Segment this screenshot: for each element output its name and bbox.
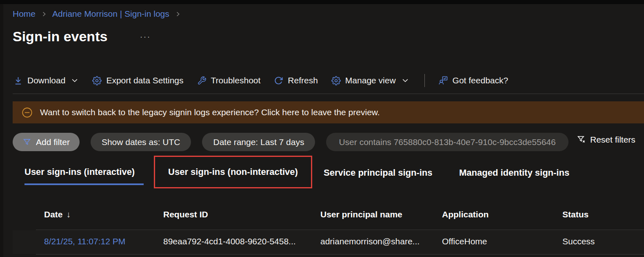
row-date-link[interactable]: 8/21/25, 11:07:12 PM xyxy=(44,237,125,246)
download-label: Download xyxy=(27,76,65,85)
manage-view-button[interactable]: Manage view xyxy=(331,76,409,85)
column-header-application[interactable]: Application xyxy=(442,210,489,219)
gear-icon xyxy=(92,76,102,85)
breadcrumb-signin-logs-link[interactable]: Adriane Morrison | Sign-in logs xyxy=(52,9,169,19)
export-data-settings-button[interactable]: Export data Settings xyxy=(92,76,183,85)
table-row-divider xyxy=(36,254,644,255)
show-dates-pill[interactable]: Show dates as: UTC xyxy=(91,133,191,151)
table-header-divider xyxy=(36,230,644,230)
tab-service-principal-signins[interactable]: Service principal sign-ins xyxy=(324,168,433,178)
tab-managed-identity-signins[interactable]: Managed identity sign-ins xyxy=(459,168,569,178)
chevron-right-icon xyxy=(41,11,47,17)
refresh-button[interactable]: Refresh xyxy=(274,76,318,85)
download-button[interactable]: Download xyxy=(13,76,79,85)
gear-icon xyxy=(331,76,341,85)
add-filter-label: Add filter xyxy=(36,137,70,147)
banner-message[interactable]: Want to switch back to the legacy signin… xyxy=(40,107,380,117)
page-title: Sign-in events xyxy=(13,29,107,45)
reset-filters-button[interactable]: Reset filters xyxy=(577,135,635,145)
command-bar: Download Export data Settings Troublesho… xyxy=(13,71,522,90)
row-user-principal-name: adrianemorrison@share... xyxy=(320,237,420,246)
got-feedback-label: Got feedback? xyxy=(453,76,509,85)
chevron-down-icon xyxy=(401,76,409,85)
annotation-highlight-box: User sign-ins (non-interactive) xyxy=(154,156,312,188)
left-edge-strip xyxy=(0,0,3,257)
date-range-pill[interactable]: Date range: Last 7 days xyxy=(202,133,315,151)
chevron-right-icon xyxy=(175,11,181,17)
row-status: Success xyxy=(562,237,595,246)
user-contains-pill[interactable]: User contains 765880c0-813b-40e7-910c-9b… xyxy=(326,133,568,151)
add-filter-button[interactable]: Add filter xyxy=(13,133,80,151)
signin-logs-page: Home Adriane Morrison | Sign-in logs Sig… xyxy=(0,0,644,257)
legacy-preview-banner[interactable]: Want to switch back to the legacy signin… xyxy=(13,101,644,123)
row-application: OfficeHome xyxy=(442,237,487,246)
got-feedback-button[interactable]: Got feedback? xyxy=(438,76,509,85)
sort-descending-icon: ↓ xyxy=(67,210,71,219)
tab-user-signins-interactive[interactable]: User sign-ins (interactive) xyxy=(24,167,135,177)
reset-filters-label: Reset filters xyxy=(590,135,635,145)
toolbar-bottom-divider xyxy=(13,94,644,94)
breadcrumb: Home Adriane Morrison | Sign-in logs xyxy=(13,9,181,19)
refresh-icon xyxy=(274,76,283,85)
filter-icon xyxy=(22,138,31,147)
chevron-down-icon xyxy=(71,76,79,85)
troubleshoot-label: Troubleshoot xyxy=(211,76,261,85)
row-request-id: 89eaa792-4cd1-4008-9620-5458... xyxy=(163,237,296,246)
refresh-label: Refresh xyxy=(288,76,318,85)
filter-clear-icon xyxy=(577,135,586,145)
column-header-date[interactable]: Date↓ xyxy=(44,210,71,219)
toolbar-divider xyxy=(424,74,425,87)
troubleshoot-button[interactable]: Troubleshoot xyxy=(197,76,261,85)
column-header-user-principal-name[interactable]: User principal name xyxy=(320,210,402,219)
wrench-icon xyxy=(197,76,207,85)
column-header-status[interactable]: Status xyxy=(562,210,588,219)
filter-bar: Add filter Show dates as: UTC Date range… xyxy=(13,133,568,151)
manage-view-label: Manage view xyxy=(345,76,396,85)
column-header-request-id[interactable]: Request ID xyxy=(163,210,208,219)
feedback-icon xyxy=(438,76,448,85)
tab-user-signins-non-interactive[interactable]: User sign-ins (non-interactive) xyxy=(168,167,298,177)
export-data-settings-label: Export data Settings xyxy=(106,76,183,85)
active-tab-underline xyxy=(24,183,144,185)
top-edge-strip xyxy=(0,0,644,4)
download-icon xyxy=(13,76,23,85)
breadcrumb-home-link[interactable]: Home xyxy=(13,9,36,19)
blocked-icon xyxy=(21,107,33,118)
more-options-button[interactable]: ··· xyxy=(140,33,151,41)
